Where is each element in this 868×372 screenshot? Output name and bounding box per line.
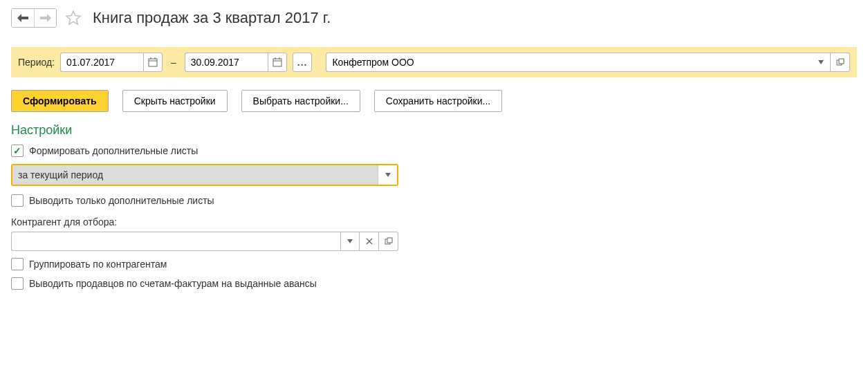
counterparty-dropdown-button[interactable] (340, 232, 360, 251)
period-from-calendar-button[interactable] (143, 53, 163, 72)
period-to-input[interactable] (185, 53, 268, 72)
form-additional-sheets-row: Формировать дополнительные листы (11, 145, 857, 157)
settings-heading: Настройки (11, 123, 857, 138)
svg-rect-9 (839, 59, 844, 64)
hide-settings-button[interactable]: Скрыть настройки (122, 90, 228, 112)
period-from-input[interactable] (60, 53, 143, 72)
back-button[interactable] (12, 9, 34, 27)
forward-button[interactable] (34, 9, 56, 27)
period-mode-dropdown: за текущий период (11, 164, 398, 186)
counterparty-field (11, 232, 398, 251)
organization-open-button[interactable] (831, 53, 850, 72)
only-additional-sheets-checkbox[interactable] (11, 194, 24, 207)
page-title: Книга продаж за 3 квартал 2017 г. (93, 9, 331, 27)
counterparty-input[interactable] (11, 232, 340, 251)
calendar-icon (148, 57, 158, 67)
organization-dropdown-button[interactable] (811, 53, 831, 72)
svg-rect-4 (273, 59, 281, 66)
period-dash: – (168, 57, 179, 68)
generate-button[interactable]: Сформировать (11, 90, 109, 112)
chevron-down-icon (818, 60, 824, 64)
group-by-counterparty-row: Группировать по контрагентам (11, 258, 857, 270)
counterparty-open-button[interactable] (379, 232, 398, 251)
arrow-right-icon (40, 14, 51, 22)
organization-input[interactable] (326, 53, 811, 72)
chevron-down-icon (385, 173, 391, 177)
popout-icon (385, 237, 393, 245)
toolbar: Сформировать Скрыть настройки Выбрать на… (11, 90, 857, 112)
organization-field (326, 53, 850, 72)
popout-icon (836, 58, 844, 66)
period-select-button[interactable]: ... (293, 53, 313, 72)
only-additional-sheets-row: Выводить только дополнительные листы (11, 194, 857, 207)
arrow-left-icon (17, 14, 28, 22)
form-additional-sheets-checkbox[interactable] (11, 145, 24, 157)
favorite-toggle[interactable] (64, 8, 83, 28)
period-mode-value[interactable]: за текущий период (12, 165, 378, 185)
counterparty-label: Контрагент для отбора: (11, 216, 857, 227)
period-label: Период: (18, 57, 55, 68)
show-advance-sellers-label: Выводить продавцов по счетам-фактурам на… (29, 278, 317, 289)
form-additional-sheets-label: Формировать дополнительные листы (29, 145, 198, 156)
period-bar: Период: – ... (11, 47, 857, 77)
show-advance-sellers-checkbox[interactable] (11, 277, 24, 290)
save-settings-button[interactable]: Сохранить настройки... (374, 90, 502, 112)
group-by-counterparty-label: Группировать по контрагентам (29, 259, 167, 270)
period-to-field (185, 53, 287, 72)
close-icon (366, 238, 373, 245)
svg-rect-11 (387, 238, 392, 243)
show-advance-sellers-row: Выводить продавцов по счетам-фактурам на… (11, 277, 857, 290)
calendar-icon (273, 57, 282, 67)
group-by-counterparty-checkbox[interactable] (11, 258, 24, 270)
choose-settings-button[interactable]: Выбрать настройки... (241, 90, 360, 112)
chevron-down-icon (347, 239, 353, 243)
only-additional-sheets-label: Выводить только дополнительные листы (29, 195, 214, 206)
nav-group (11, 8, 57, 28)
period-mode-caret[interactable] (378, 165, 397, 185)
svg-rect-0 (149, 59, 157, 66)
period-to-calendar-button[interactable] (268, 53, 287, 72)
period-from-field (60, 53, 163, 72)
star-icon (65, 10, 82, 26)
counterparty-clear-button[interactable] (360, 232, 379, 251)
